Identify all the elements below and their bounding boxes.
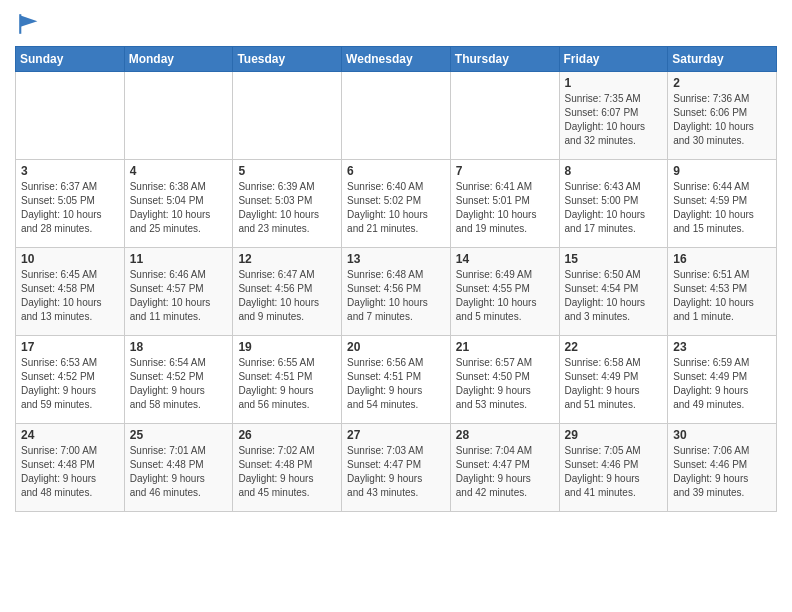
day-number: 29 [565, 428, 663, 442]
calendar-day-cell [450, 72, 559, 160]
day-info: Sunrise: 7:05 AM Sunset: 4:46 PM Dayligh… [565, 444, 663, 500]
day-info: Sunrise: 7:35 AM Sunset: 6:07 PM Dayligh… [565, 92, 663, 148]
day-info: Sunrise: 6:55 AM Sunset: 4:51 PM Dayligh… [238, 356, 336, 412]
day-of-week-header: Wednesday [342, 47, 451, 72]
calendar-day-cell [16, 72, 125, 160]
day-info: Sunrise: 6:59 AM Sunset: 4:49 PM Dayligh… [673, 356, 771, 412]
calendar-day-cell: 19Sunrise: 6:55 AM Sunset: 4:51 PM Dayli… [233, 336, 342, 424]
calendar-day-cell: 7Sunrise: 6:41 AM Sunset: 5:01 PM Daylig… [450, 160, 559, 248]
calendar-week-row: 10Sunrise: 6:45 AM Sunset: 4:58 PM Dayli… [16, 248, 777, 336]
day-number: 2 [673, 76, 771, 90]
day-number: 20 [347, 340, 445, 354]
calendar-day-cell: 14Sunrise: 6:49 AM Sunset: 4:55 PM Dayli… [450, 248, 559, 336]
calendar-day-cell: 17Sunrise: 6:53 AM Sunset: 4:52 PM Dayli… [16, 336, 125, 424]
calendar-table: SundayMondayTuesdayWednesdayThursdayFrid… [15, 46, 777, 512]
calendar-day-cell: 13Sunrise: 6:48 AM Sunset: 4:56 PM Dayli… [342, 248, 451, 336]
calendar-day-cell: 23Sunrise: 6:59 AM Sunset: 4:49 PM Dayli… [668, 336, 777, 424]
calendar-day-cell: 20Sunrise: 6:56 AM Sunset: 4:51 PM Dayli… [342, 336, 451, 424]
logo [15, 10, 47, 38]
day-number: 1 [565, 76, 663, 90]
day-number: 25 [130, 428, 228, 442]
day-of-week-header: Sunday [16, 47, 125, 72]
day-of-week-header: Monday [124, 47, 233, 72]
day-number: 8 [565, 164, 663, 178]
logo-icon [15, 10, 43, 38]
day-info: Sunrise: 6:38 AM Sunset: 5:04 PM Dayligh… [130, 180, 228, 236]
calendar-day-cell: 12Sunrise: 6:47 AM Sunset: 4:56 PM Dayli… [233, 248, 342, 336]
calendar-day-cell: 26Sunrise: 7:02 AM Sunset: 4:48 PM Dayli… [233, 424, 342, 512]
page-header [15, 10, 777, 38]
day-number: 23 [673, 340, 771, 354]
day-of-week-header: Friday [559, 47, 668, 72]
day-number: 4 [130, 164, 228, 178]
calendar-day-cell: 21Sunrise: 6:57 AM Sunset: 4:50 PM Dayli… [450, 336, 559, 424]
day-info: Sunrise: 6:44 AM Sunset: 4:59 PM Dayligh… [673, 180, 771, 236]
calendar-week-row: 1Sunrise: 7:35 AM Sunset: 6:07 PM Daylig… [16, 72, 777, 160]
day-number: 10 [21, 252, 119, 266]
calendar-week-row: 3Sunrise: 6:37 AM Sunset: 5:05 PM Daylig… [16, 160, 777, 248]
day-info: Sunrise: 7:03 AM Sunset: 4:47 PM Dayligh… [347, 444, 445, 500]
calendar-day-cell: 22Sunrise: 6:58 AM Sunset: 4:49 PM Dayli… [559, 336, 668, 424]
calendar-day-cell: 3Sunrise: 6:37 AM Sunset: 5:05 PM Daylig… [16, 160, 125, 248]
day-info: Sunrise: 6:58 AM Sunset: 4:49 PM Dayligh… [565, 356, 663, 412]
day-number: 27 [347, 428, 445, 442]
day-number: 24 [21, 428, 119, 442]
day-info: Sunrise: 7:00 AM Sunset: 4:48 PM Dayligh… [21, 444, 119, 500]
calendar-day-cell: 24Sunrise: 7:00 AM Sunset: 4:48 PM Dayli… [16, 424, 125, 512]
calendar-day-cell: 8Sunrise: 6:43 AM Sunset: 5:00 PM Daylig… [559, 160, 668, 248]
day-info: Sunrise: 7:02 AM Sunset: 4:48 PM Dayligh… [238, 444, 336, 500]
calendar-day-cell: 15Sunrise: 6:50 AM Sunset: 4:54 PM Dayli… [559, 248, 668, 336]
page: SundayMondayTuesdayWednesdayThursdayFrid… [0, 0, 792, 522]
calendar-day-cell: 25Sunrise: 7:01 AM Sunset: 4:48 PM Dayli… [124, 424, 233, 512]
calendar-day-cell: 11Sunrise: 6:46 AM Sunset: 4:57 PM Dayli… [124, 248, 233, 336]
day-info: Sunrise: 6:39 AM Sunset: 5:03 PM Dayligh… [238, 180, 336, 236]
day-info: Sunrise: 6:40 AM Sunset: 5:02 PM Dayligh… [347, 180, 445, 236]
day-number: 12 [238, 252, 336, 266]
day-number: 6 [347, 164, 445, 178]
header-row: SundayMondayTuesdayWednesdayThursdayFrid… [16, 47, 777, 72]
calendar-day-cell [233, 72, 342, 160]
calendar-day-cell: 16Sunrise: 6:51 AM Sunset: 4:53 PM Dayli… [668, 248, 777, 336]
day-info: Sunrise: 6:41 AM Sunset: 5:01 PM Dayligh… [456, 180, 554, 236]
day-info: Sunrise: 7:06 AM Sunset: 4:46 PM Dayligh… [673, 444, 771, 500]
day-info: Sunrise: 6:57 AM Sunset: 4:50 PM Dayligh… [456, 356, 554, 412]
calendar-day-cell: 10Sunrise: 6:45 AM Sunset: 4:58 PM Dayli… [16, 248, 125, 336]
calendar-day-cell [342, 72, 451, 160]
day-info: Sunrise: 7:04 AM Sunset: 4:47 PM Dayligh… [456, 444, 554, 500]
day-number: 13 [347, 252, 445, 266]
calendar-week-row: 17Sunrise: 6:53 AM Sunset: 4:52 PM Dayli… [16, 336, 777, 424]
day-number: 30 [673, 428, 771, 442]
day-number: 3 [21, 164, 119, 178]
calendar-day-cell: 18Sunrise: 6:54 AM Sunset: 4:52 PM Dayli… [124, 336, 233, 424]
day-info: Sunrise: 6:45 AM Sunset: 4:58 PM Dayligh… [21, 268, 119, 324]
day-number: 9 [673, 164, 771, 178]
calendar-day-cell: 4Sunrise: 6:38 AM Sunset: 5:04 PM Daylig… [124, 160, 233, 248]
calendar-day-cell [124, 72, 233, 160]
day-info: Sunrise: 6:43 AM Sunset: 5:00 PM Dayligh… [565, 180, 663, 236]
day-info: Sunrise: 6:54 AM Sunset: 4:52 PM Dayligh… [130, 356, 228, 412]
day-info: Sunrise: 6:46 AM Sunset: 4:57 PM Dayligh… [130, 268, 228, 324]
day-number: 17 [21, 340, 119, 354]
day-number: 22 [565, 340, 663, 354]
day-info: Sunrise: 6:56 AM Sunset: 4:51 PM Dayligh… [347, 356, 445, 412]
day-info: Sunrise: 7:36 AM Sunset: 6:06 PM Dayligh… [673, 92, 771, 148]
day-number: 7 [456, 164, 554, 178]
day-of-week-header: Tuesday [233, 47, 342, 72]
day-info: Sunrise: 6:53 AM Sunset: 4:52 PM Dayligh… [21, 356, 119, 412]
day-number: 11 [130, 252, 228, 266]
svg-rect-2 [19, 14, 21, 34]
day-number: 18 [130, 340, 228, 354]
calendar-day-cell: 5Sunrise: 6:39 AM Sunset: 5:03 PM Daylig… [233, 160, 342, 248]
day-number: 26 [238, 428, 336, 442]
day-info: Sunrise: 6:50 AM Sunset: 4:54 PM Dayligh… [565, 268, 663, 324]
calendar-day-cell: 29Sunrise: 7:05 AM Sunset: 4:46 PM Dayli… [559, 424, 668, 512]
day-info: Sunrise: 6:48 AM Sunset: 4:56 PM Dayligh… [347, 268, 445, 324]
day-number: 19 [238, 340, 336, 354]
calendar-header: SundayMondayTuesdayWednesdayThursdayFrid… [16, 47, 777, 72]
day-number: 15 [565, 252, 663, 266]
day-info: Sunrise: 6:49 AM Sunset: 4:55 PM Dayligh… [456, 268, 554, 324]
day-of-week-header: Thursday [450, 47, 559, 72]
calendar-body: 1Sunrise: 7:35 AM Sunset: 6:07 PM Daylig… [16, 72, 777, 512]
day-info: Sunrise: 6:37 AM Sunset: 5:05 PM Dayligh… [21, 180, 119, 236]
calendar-day-cell: 9Sunrise: 6:44 AM Sunset: 4:59 PM Daylig… [668, 160, 777, 248]
